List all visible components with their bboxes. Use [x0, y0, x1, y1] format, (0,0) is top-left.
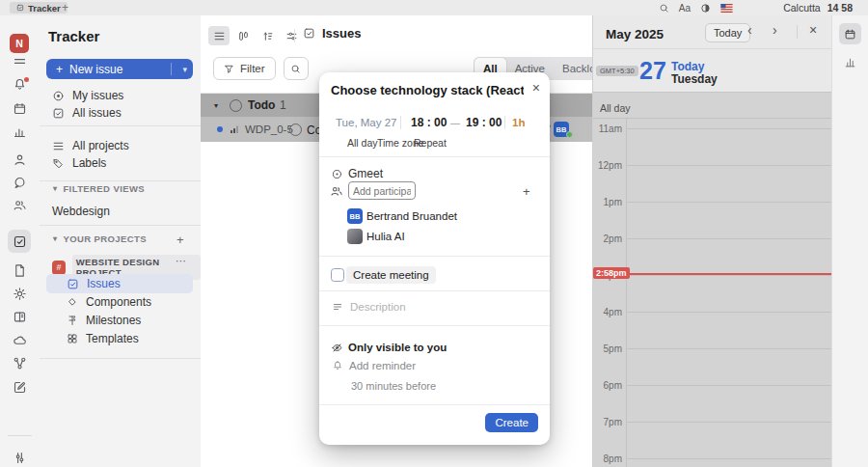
- visibility-value[interactable]: Only visible to you: [348, 342, 447, 353]
- analytics-icon[interactable]: [12, 124, 28, 140]
- nav-label: My issues: [72, 89, 123, 102]
- add-participant-button[interactable]: +: [523, 184, 530, 199]
- hour-label: 5pm: [593, 343, 622, 354]
- documents-icon[interactable]: [12, 262, 28, 279]
- new-tab-button[interactable]: +: [62, 1, 68, 14]
- sort-button[interactable]: [257, 26, 278, 45]
- new-issue-dropdown[interactable]: ▾: [182, 65, 187, 74]
- view-board-button[interactable]: [232, 26, 254, 45]
- prev-day-button[interactable]: ‹: [747, 22, 752, 38]
- view-options-button[interactable]: [281, 26, 302, 45]
- team-icon[interactable]: [12, 197, 28, 213]
- nav-labels[interactable]: Labels: [52, 156, 106, 170]
- process-icon[interactable]: [12, 355, 28, 371]
- list-icon: [52, 140, 65, 152]
- nav-project-milestones[interactable]: Milestones: [67, 314, 141, 327]
- nav-project-templates[interactable]: Templates: [67, 332, 139, 345]
- participant-avatar: BB: [347, 208, 363, 224]
- calendar-panel: May 2025 Today ‹ › × GMT+5:30 27 Today T…: [592, 15, 832, 467]
- new-issue-label: New issue: [69, 63, 122, 76]
- new-issue-button[interactable]: + New issue ▾: [46, 59, 193, 79]
- filter-button[interactable]: Filter: [213, 57, 276, 80]
- group-collapse-icon[interactable]: ▾: [214, 101, 218, 110]
- today-button[interactable]: Today: [705, 23, 750, 42]
- nav-all-issues[interactable]: All issues: [52, 106, 122, 120]
- close-calendar-button[interactable]: ×: [809, 22, 817, 38]
- main-menu-icon[interactable]: [12, 53, 28, 69]
- controlled-docs-icon[interactable]: [12, 286, 28, 302]
- reminder-value[interactable]: 30 minutes before: [351, 380, 436, 392]
- funnel-icon: [224, 64, 234, 74]
- templates-grid-icon: [67, 333, 78, 344]
- compose-icon[interactable]: [12, 379, 28, 396]
- filtered-views-section[interactable]: ▾ FILTERED VIEWS: [53, 183, 145, 194]
- hour-line: [626, 275, 832, 276]
- issue-status-icon[interactable]: [289, 124, 302, 136]
- font-size-button[interactable]: Aa: [679, 3, 691, 14]
- knowledge-base-icon[interactable]: [12, 309, 28, 325]
- create-button-label: Create: [495, 417, 529, 428]
- close-modal-button[interactable]: ×: [532, 80, 540, 96]
- nav-label: Webdesign: [52, 205, 110, 218]
- modal-divider: [319, 156, 550, 157]
- next-day-button[interactable]: ›: [773, 22, 777, 38]
- create-event-modal: Choose technology stack (React, WordPres…: [319, 72, 550, 445]
- section-label: YOUR PROJECTS: [63, 234, 147, 244]
- nav-all-projects[interactable]: All projects: [52, 139, 129, 152]
- add-project-button[interactable]: +: [176, 233, 184, 247]
- planner-icon[interactable]: [12, 100, 28, 117]
- create-meeting-checkbox[interactable]: [331, 268, 344, 282]
- create-button[interactable]: Create: [485, 413, 538, 432]
- project-more-button[interactable]: ⋯: [176, 255, 187, 267]
- add-reminder-button[interactable]: Add reminder: [349, 360, 416, 371]
- nav-my-issues[interactable]: My issues: [52, 89, 123, 102]
- event-end-time[interactable]: 19 : 00: [466, 116, 502, 129]
- time-range-dash: —: [450, 118, 460, 128]
- issue-id: WDP_0-5: [245, 124, 293, 135]
- nav-project-issues[interactable]: Issues: [67, 277, 121, 290]
- create-meeting-label[interactable]: Create meeting: [346, 266, 436, 284]
- hour-line: [626, 312, 832, 313]
- your-projects-section[interactable]: ▾ YOUR PROJECTS: [53, 234, 147, 244]
- search-issues-button[interactable]: [284, 57, 309, 80]
- workspace-tab[interactable]: Tracker: [10, 2, 68, 14]
- event-start-time[interactable]: 18 : 00: [411, 116, 447, 129]
- target-icon: [52, 90, 65, 102]
- repeat-button[interactable]: Repeat: [414, 137, 447, 149]
- priority-icon[interactable]: [229, 124, 240, 135]
- checkbox-icon: [67, 278, 79, 290]
- top-bar: Tracker + Aa Calcutta 14 58: [0, 0, 868, 16]
- calendar-widget-button[interactable]: [839, 23, 861, 44]
- add-participants-input[interactable]: [348, 181, 416, 200]
- participant-name[interactable]: Bertrand Bruandet: [366, 210, 457, 222]
- reports-widget-button[interactable]: [844, 56, 856, 69]
- workspace-avatar[interactable]: N: [10, 34, 29, 53]
- modal-divider: [319, 404, 550, 405]
- milestone-flag-icon: [67, 315, 78, 326]
- chat-icon[interactable]: [12, 175, 28, 191]
- event-duration[interactable]: 1h: [512, 117, 525, 128]
- nav-project-components[interactable]: Components: [67, 295, 151, 309]
- calendar-day-number: 27: [639, 57, 666, 85]
- event-title-input[interactable]: Choose technology stack (React, WordPres…: [331, 83, 524, 97]
- participant-name[interactable]: Hulia AI: [366, 231, 405, 242]
- notifications-icon[interactable]: [12, 76, 28, 93]
- timezone-city[interactable]: Calcutta: [783, 2, 821, 14]
- event-date[interactable]: Tue, May 27: [336, 117, 397, 128]
- location-value[interactable]: Gmeet: [348, 167, 383, 180]
- all-day-divider: [593, 118, 832, 119]
- drive-icon[interactable]: [12, 332, 28, 348]
- hr-icon[interactable]: [12, 151, 28, 168]
- settings-icon[interactable]: [12, 450, 28, 466]
- tracker-app-icon[interactable]: [12, 234, 28, 250]
- hour-line: [626, 238, 832, 239]
- description-icon: [332, 301, 343, 313]
- theme-toggle-icon[interactable]: [700, 3, 711, 14]
- search-icon[interactable]: [659, 3, 669, 14]
- description-input[interactable]: Description: [350, 301, 406, 313]
- clock-time: 14 58: [827, 2, 853, 14]
- nav-webdesign-view[interactable]: Webdesign: [52, 205, 110, 218]
- language-flag-icon[interactable]: [720, 4, 733, 13]
- view-list-button[interactable]: [208, 26, 230, 45]
- all-day-toggle[interactable]: All day: [347, 137, 378, 149]
